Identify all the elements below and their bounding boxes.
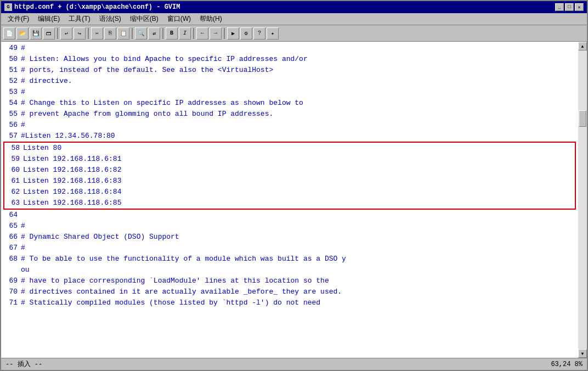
line-num-53: 53 [3,87,21,98]
line-code-57: #Listen 12.34.56.78:80 [21,131,576,142]
line-code-66: # Dynamic Shared Object (DSO) Support [21,232,576,243]
line-code-68: # To be able to use the functionality of… [21,254,576,265]
line-code-50: # Listen: Allows you to bind Apache to s… [21,54,576,65]
scroll-track[interactable] [578,50,587,349]
scrollbar-vertical[interactable]: ▲ ▼ [578,42,587,358]
code-row-50: 50 # Listen: Allows you to bind Apache t… [3,54,576,65]
line-code-68-wrap: ou [21,265,576,276]
line-num-56: 56 [3,120,21,131]
toolbar-cut[interactable]: ✂ [91,27,103,40]
line-code-71: # Statically compiled modules (those lis… [21,297,576,308]
toolbar-help[interactable]: ? [253,27,265,40]
scroll-up-button[interactable]: ▲ [578,42,587,50]
line-code-56: # [21,120,576,131]
line-code-51: # ports, instead of the default. See als… [21,65,576,76]
scroll-thumb[interactable] [579,110,586,127]
line-num-52: 52 [3,76,21,87]
line-num-63: 63 [5,198,23,209]
toolbar-save-all[interactable]: 🗃 [43,27,55,40]
toolbar-sep4 [162,28,163,39]
toolbar-new[interactable]: 📄 [3,27,15,40]
line-num-59: 59 [5,154,23,165]
app-icon: G [4,3,12,11]
code-row-60: 60 Listen 192.168.118.6:82 [5,165,574,176]
line-num-57: 57 [3,131,21,142]
line-code-53: # [21,87,576,98]
toolbar-b[interactable]: B [166,27,178,40]
code-content[interactable]: 49 # 50 # Listen: Allows you to bind Apa… [1,42,578,358]
toolbar-debug[interactable]: ⚙ [240,27,252,40]
toolbar-prev[interactable]: ← [196,27,208,40]
minimize-button[interactable]: _ [555,3,564,11]
line-code-54: # Change this to Listen on specific IP a… [21,98,576,109]
line-num-64: 64 [3,210,21,221]
toolbar-find[interactable]: 🔍 [135,27,147,40]
line-num-65: 65 [3,221,21,232]
maximize-button[interactable]: □ [565,3,574,11]
title-bar: G httpd.conf + (d:\xampp\apache\conf) - … [1,1,587,13]
toolbar-replace[interactable]: ⇄ [148,27,160,40]
code-row-68: 68 # To be able to use the functionality… [3,254,576,265]
code-row-58: 58 Listen 80 [5,143,574,154]
code-row-71: 71 # Statically compiled modules (those … [3,297,576,308]
line-num-62: 62 [5,187,23,198]
editor-area: 49 # 50 # Listen: Allows you to bind Apa… [1,42,587,358]
toolbar: 📄 📂 💾 🗃 ↩ ↪ ✂ ⎘ 📋 🔍 ⇄ B I ← → ▶ ⚙ ? ✦ [1,25,587,42]
menu-window[interactable]: 窗口(W) [163,13,195,25]
code-row-66: 66 # Dynamic Shared Object (DSO) Support [3,232,576,243]
code-row-68-wrap: ou [3,265,576,276]
menu-tools[interactable]: 工具(T) [64,13,94,25]
toolbar-sep6 [224,28,225,39]
line-num-68-wrap [3,265,21,276]
menu-syntax[interactable]: 语法(S) [95,13,126,25]
code-row-64: 64 [3,210,576,221]
toolbar-next[interactable]: → [210,27,222,40]
line-code-60: Listen 192.168.118.6:82 [23,165,574,176]
line-code-58: Listen 80 [23,143,574,154]
status-mode: -- 插入 -- [5,359,42,369]
line-code-63: Listen 192.168.118.6:85 [23,198,574,209]
code-row-61: 61 Listen 192.168.118.6:83 [5,176,574,187]
code-row-53: 53 # [3,87,576,98]
toolbar-paste[interactable]: 📋 [117,27,129,40]
line-num-66: 66 [3,232,21,243]
line-code-59: Listen 192.168.118.6:81 [23,154,574,165]
code-row-57: 57 #Listen 12.34.56.78:80 [3,131,576,142]
toolbar-redo[interactable]: ↪ [74,27,86,40]
code-row-62: 62 Listen 192.168.118.6:84 [5,187,574,198]
menu-help[interactable]: 帮助(H) [195,13,227,25]
toolbar-sep5 [193,28,194,39]
title-bar-buttons: _ □ ✕ [555,3,584,11]
scroll-down-button[interactable]: ▼ [578,349,587,358]
line-num-61: 61 [5,176,23,187]
line-num-70: 70 [3,286,21,297]
toolbar-sep2 [88,28,89,39]
toolbar-copy[interactable]: ⎘ [104,27,116,40]
line-num-51: 51 [3,65,21,76]
code-row-49: 49 # [3,43,576,54]
toolbar-open[interactable]: 📂 [16,27,29,40]
menu-file[interactable]: 文件(F) [3,13,33,25]
toolbar-save[interactable]: 💾 [30,27,42,40]
line-num-68: 68 [3,254,21,265]
menu-edit[interactable]: 编辑(E) [33,13,64,25]
lines-wrapper: 49 # 50 # Listen: Allows you to bind Apa… [3,43,576,308]
menu-buffer[interactable]: 缩中区(B) [126,13,163,25]
code-row-56: 56 # [3,120,576,131]
line-code-55: # prevent Apache from glomming onto all … [21,109,576,120]
toolbar-undo[interactable]: ↩ [60,27,72,40]
highlighted-listen-block: 58 Listen 80 59 Listen 192.168.118.6:81 … [3,142,576,210]
code-row-51: 51 # ports, instead of the default. See … [3,65,576,76]
line-num-58: 58 [5,143,23,154]
line-num-69: 69 [3,276,21,286]
line-code-49: # [21,43,576,54]
toolbar-i[interactable]: I [179,27,191,40]
line-code-64 [21,210,576,221]
toolbar-search[interactable]: ✦ [267,27,279,40]
code-row-63: 63 Listen 192.168.118.6:85 [5,198,574,209]
line-num-71: 71 [3,297,21,308]
toolbar-run[interactable]: ▶ [227,27,239,40]
status-bar: -- 插入 -- 63,24 8% [1,358,587,370]
main-window: G httpd.conf + (d:\xampp\apache\conf) - … [0,0,588,371]
close-button[interactable]: ✕ [575,3,584,11]
